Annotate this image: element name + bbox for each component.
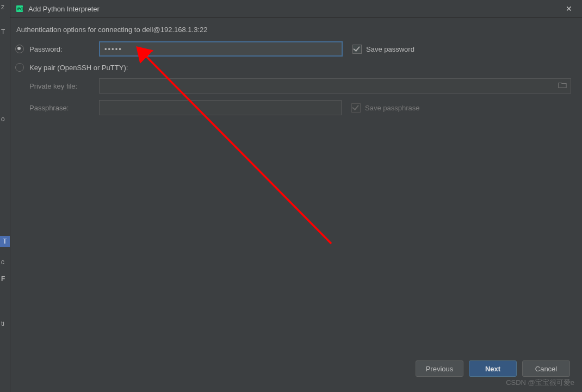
private-key-label: Private key file: [29,82,99,90]
password-row: Password: Save password [15,41,571,57]
save-passphrase-label: Save passphrase [365,104,419,112]
close-icon: ✕ [566,4,572,13]
button-bar: Previous Next Cancel [416,360,570,377]
pycharm-icon: PC [15,4,24,13]
save-password-label: Save password [366,45,414,53]
passphrase-input [99,100,342,115]
bg-char: o [1,115,5,123]
private-key-row: Private key file: [29,78,571,94]
titlebar: PC Add Python Interpreter ✕ [10,0,582,18]
password-label: Password: [29,45,99,53]
keypair-label: Key pair (OpenSSH or PuTTY): [29,64,128,72]
background-strip: z T o T c F ti [0,0,10,392]
bg-char: ti [1,320,4,327]
save-passphrase-checkbox [351,103,361,113]
password-radio[interactable] [15,45,24,53]
keypair-row: Key pair (OpenSSH or PuTTY): [15,63,571,72]
keypair-fields: Private key file: Passphrase: Save passp… [15,78,571,115]
private-key-input [99,78,571,94]
dialog-title: Add Python Interpreter [28,5,561,13]
cancel-button[interactable]: Cancel [522,360,570,377]
auth-header: Authentication options for connecting to… [15,26,571,34]
keypair-radio[interactable] [15,63,24,72]
add-interpreter-dialog: PC Add Python Interpreter ✕ Authenticati… [10,0,582,392]
bg-char: T [1,28,5,36]
next-button[interactable]: Next [469,360,517,377]
password-input[interactable] [99,41,343,57]
bg-selected: T [0,236,10,247]
bg-char: c [1,258,4,266]
save-password-checkbox[interactable] [352,45,362,54]
passphrase-label: Passphrase: [29,104,99,112]
previous-button[interactable]: Previous [416,360,463,377]
passphrase-row: Passphrase: Save passphrase [29,100,571,115]
svg-text:PC: PC [17,7,23,11]
watermark: CSDN @宝宝很可爱e [506,378,574,388]
folder-icon [558,82,567,91]
bg-char: F [1,275,5,283]
dialog-content: Authentication options for connecting to… [10,18,582,392]
close-button[interactable]: ✕ [561,1,577,16]
bg-char: z [1,3,4,11]
